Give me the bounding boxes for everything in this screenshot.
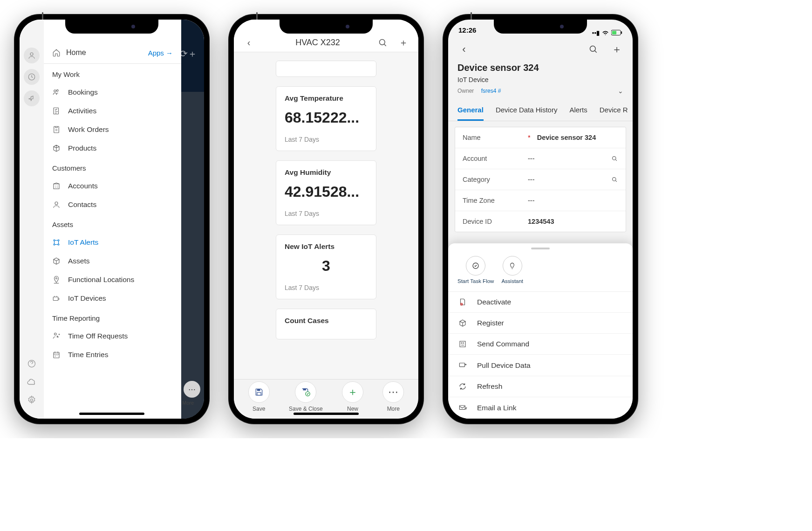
nav-item-iotdevices[interactable]: IoT Devices bbox=[44, 289, 181, 308]
body: Avg Temperature68.15222...Last 7 DaysAvg… bbox=[234, 52, 418, 384]
activities-icon bbox=[52, 107, 61, 115]
add-icon[interactable]: ＋ bbox=[607, 42, 626, 56]
nav-item-products[interactable]: Products bbox=[44, 139, 181, 158]
tab-device-data-history[interactable]: Device Data History bbox=[496, 101, 558, 121]
settings-icon[interactable] bbox=[27, 395, 36, 405]
assets-icon bbox=[52, 257, 61, 265]
nav-item-accounts[interactable]: Accounts bbox=[44, 177, 181, 195]
toolbar-save-close[interactable]: Save & Close bbox=[289, 381, 323, 412]
nav-item-contacts[interactable]: Contacts bbox=[44, 195, 181, 214]
pin-icon[interactable] bbox=[24, 90, 40, 106]
svg-point-14 bbox=[56, 278, 57, 279]
more-button[interactable]: ⋯ bbox=[184, 381, 200, 398]
action-sheet: Start Task FlowAssistant DeactivateRegis… bbox=[448, 243, 633, 419]
nav-item-locations[interactable]: Functional Locations bbox=[44, 270, 181, 289]
field-time-zone[interactable]: Time Zone--- bbox=[455, 190, 626, 211]
action-deactivate[interactable]: Deactivate bbox=[448, 292, 633, 313]
nav-label: Assets bbox=[68, 257, 90, 265]
back-icon[interactable]: ‹ bbox=[240, 37, 257, 48]
action-pull[interactable]: Pull Device Data bbox=[448, 355, 633, 376]
field-device-id[interactable]: Device ID1234543 bbox=[455, 211, 626, 232]
notch bbox=[280, 20, 373, 34]
nav-item-timeentries[interactable]: Time Entries bbox=[44, 345, 181, 364]
action-refresh[interactable]: Refresh bbox=[448, 376, 633, 397]
collapsed-card[interactable] bbox=[276, 61, 376, 77]
toolbar-new[interactable]: ＋New bbox=[342, 381, 363, 412]
lookup-icon[interactable] bbox=[611, 155, 618, 162]
toolbar-save[interactable]: Save bbox=[248, 381, 270, 412]
field-label: Device ID bbox=[463, 218, 528, 225]
nav-item-timeoff[interactable]: Time Off Requests bbox=[44, 327, 181, 345]
quick-action-bulb[interactable]: Assistant bbox=[501, 256, 523, 284]
notch bbox=[65, 20, 158, 34]
nav-item-bookings[interactable]: Bookings bbox=[44, 83, 181, 102]
help-icon[interactable] bbox=[27, 359, 36, 368]
svg-point-32 bbox=[461, 343, 462, 344]
svg-rect-31 bbox=[460, 341, 465, 347]
card-title: Avg Temperature bbox=[285, 94, 368, 103]
workorders-icon bbox=[52, 125, 61, 134]
toolbar-label: Save bbox=[252, 406, 265, 412]
field-value: --- bbox=[528, 197, 618, 204]
action-label: Register bbox=[477, 319, 504, 327]
card-value: 42.91528... bbox=[285, 183, 368, 200]
nav-menu: Home Apps → My WorkBookingsActivitiesWor… bbox=[44, 20, 181, 419]
apps-link[interactable]: Apps → bbox=[148, 49, 173, 57]
form: Name*Device sensor 324Account---Category… bbox=[448, 121, 633, 238]
svg-rect-34 bbox=[459, 363, 464, 367]
field-label: Name bbox=[463, 134, 528, 141]
metric-card[interactable]: Avg Humidity42.91528...Last 7 Days bbox=[276, 160, 376, 225]
tab-device-r[interactable]: Device R bbox=[600, 101, 628, 121]
metric-card[interactable]: Avg Temperature68.15222...Last 7 Days bbox=[276, 86, 376, 151]
products-icon bbox=[52, 144, 61, 152]
action-email[interactable]: Email a Link bbox=[448, 397, 633, 419]
recent-icon[interactable] bbox=[24, 69, 40, 85]
quick-action-label: Assistant bbox=[501, 278, 523, 284]
header: ‹ ＋ bbox=[448, 39, 633, 60]
nav-top[interactable]: Home Apps → bbox=[44, 42, 181, 64]
iotdevices-icon bbox=[52, 294, 61, 303]
action-register[interactable]: Register bbox=[448, 313, 633, 334]
field-value: Device sensor 324 bbox=[537, 134, 618, 141]
svg-rect-25 bbox=[621, 31, 622, 34]
metric-card[interactable]: Count Cases bbox=[276, 309, 376, 339]
svg-rect-19 bbox=[257, 389, 260, 391]
back-icon[interactable]: ‹ bbox=[455, 43, 473, 55]
card-value: 3 bbox=[285, 257, 368, 275]
toolbar-label: More bbox=[387, 406, 400, 412]
card-title: Avg Humidity bbox=[285, 168, 368, 177]
nav-item-assets[interactable]: Assets bbox=[44, 252, 181, 270]
quick-action-flow[interactable]: Start Task Flow bbox=[457, 256, 494, 284]
metric-card[interactable]: New IoT Alerts3Last 7 Days bbox=[276, 234, 376, 299]
owner-row[interactable]: Owner fsres4 # ⌄ bbox=[448, 86, 633, 101]
cloud-icon[interactable] bbox=[27, 377, 37, 387]
profile-icon[interactable] bbox=[24, 48, 40, 63]
search-icon[interactable] bbox=[378, 38, 395, 48]
drag-handle[interactable] bbox=[531, 248, 550, 249]
nav-label: Bookings bbox=[68, 88, 98, 97]
svg-point-12 bbox=[54, 244, 55, 245]
required-indicator: * bbox=[528, 134, 531, 141]
action-command[interactable]: Send Command bbox=[448, 334, 633, 355]
field-account[interactable]: Account--- bbox=[455, 148, 626, 169]
nav-item-iotalerts[interactable]: IoT Alerts bbox=[44, 233, 181, 252]
toolbar-icon: ＋ bbox=[342, 381, 363, 403]
battery-icon bbox=[611, 30, 622, 35]
lookup-icon[interactable] bbox=[611, 176, 618, 183]
field-name[interactable]: Name*Device sensor 324 bbox=[455, 127, 626, 148]
card-subtitle: Last 7 Days bbox=[285, 210, 368, 217]
field-category[interactable]: Category--- bbox=[455, 169, 626, 190]
nav-item-workorders[interactable]: Work Orders bbox=[44, 120, 181, 139]
home-indicator bbox=[79, 413, 144, 415]
phone-3-frame: 12:26 ▪▪▮ ‹ ＋ Device sensor 324 IoT Devi… bbox=[443, 14, 638, 424]
search-icon[interactable] bbox=[589, 45, 607, 54]
svg-rect-21 bbox=[303, 389, 306, 391]
toolbar-more[interactable]: ⋯More bbox=[382, 381, 404, 412]
tab-general[interactable]: General bbox=[457, 101, 484, 121]
section-header: Time Reporting bbox=[44, 308, 181, 327]
add-icon[interactable]: ＋ bbox=[395, 36, 412, 49]
left-rail bbox=[20, 20, 44, 419]
nav-item-activities[interactable]: Activities bbox=[44, 102, 181, 120]
phone-3-screen: 12:26 ▪▪▮ ‹ ＋ Device sensor 324 IoT Devi… bbox=[448, 20, 633, 419]
tab-alerts[interactable]: Alerts bbox=[569, 101, 587, 121]
